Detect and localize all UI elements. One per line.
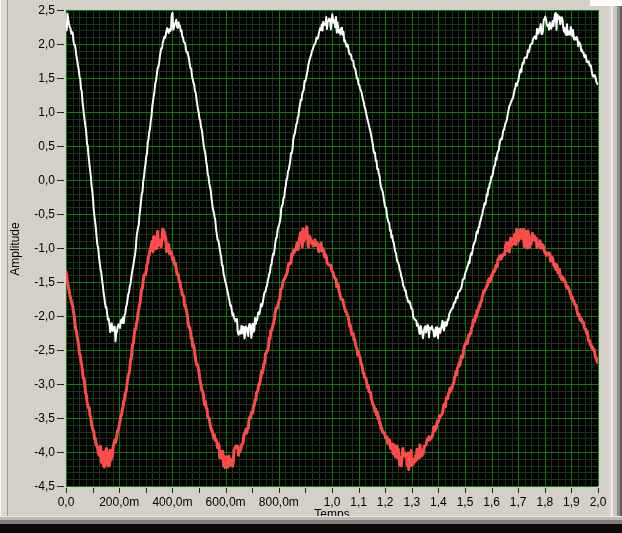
window-corner (590, 0, 622, 6)
y-axis-title: Amplitude (8, 199, 22, 299)
window-left-edge (0, 0, 8, 524)
labview-front-panel: 2,52,01,51,00,50,0-0,5-1,0-1,5-2,0-2,5-3… (0, 0, 622, 533)
window-bottom-edge (0, 516, 622, 533)
waveform-chart (0, 0, 622, 516)
window-right-edge (609, 0, 622, 524)
